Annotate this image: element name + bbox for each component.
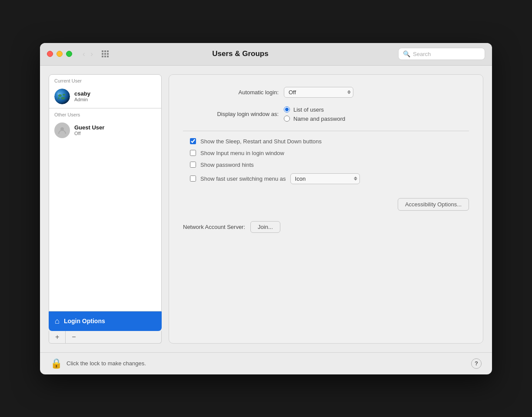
checkbox-sleep-input[interactable] [190,138,196,144]
network-account-label: Network Account Server: [183,224,245,230]
checkbox-sleep-restart: Show the Sleep, Restart and Shut Down bu… [183,138,469,145]
fast-switching-select-wrapper: Icon Full Name Short Name [290,173,360,184]
help-button[interactable]: ? [471,358,482,369]
lock-area[interactable]: 🔒 Click the lock to make changes. [50,358,146,369]
lock-text: Click the lock to make changes. [66,360,146,367]
checkbox-fast-switching-input[interactable] [190,175,196,182]
checkbox-password-hints: Show password hints [183,162,469,168]
svg-point-0 [54,89,70,104]
svg-point-3 [61,97,65,99]
traffic-lights [47,51,72,57]
search-icon: 🔍 [403,50,410,57]
accessibility-options-button[interactable]: Accessibility Options... [398,198,469,211]
radio-list-of-users-label: List of users [293,106,324,113]
home-icon: ⌂ [55,317,60,326]
main-panel: Automatic login: Off csaby Display login… [169,74,483,344]
automatic-login-row: Automatic login: Off csaby [183,87,469,98]
user-info-guest: Guest User Off [74,124,104,136]
login-options-button[interactable]: ⌂ Login Options [49,311,162,331]
remove-user-button[interactable]: − [66,331,82,343]
user-role-guest: Off [74,131,104,136]
svg-point-4 [58,97,60,99]
titlebar: ‹ › Users & Groups 🔍 [40,43,492,66]
radio-name-and-password[interactable]: Name and password [284,116,345,122]
back-button[interactable]: ‹ [81,49,87,59]
window-title: Users & Groups [88,50,393,58]
accessibility-row: Accessibility Options... [183,198,469,211]
sidebar-toolbar: + − [49,331,162,344]
checkbox-input-menu: Show Input menu in login window [183,150,469,156]
avatar-guest [54,122,70,138]
avatar-csaby [54,89,70,104]
radio-list-of-users-input[interactable] [284,106,290,113]
login-options-label: Login Options [64,318,105,324]
footer: 🔒 Click the lock to make changes. ? [40,352,492,374]
checkbox-password-hints-label: Show password hints [200,162,254,168]
automatic-login-label: Automatic login: [183,89,279,96]
checkbox-password-hints-input[interactable] [190,162,196,168]
search-input[interactable] [413,51,480,57]
other-users-section: Other Users Guest User Off [49,108,161,142]
svg-point-2 [63,94,65,96]
divider [183,131,469,131]
network-account-row: Network Account Server: Join... [183,221,469,233]
user-info-csaby: csaby Admin [74,90,90,102]
lock-icon: 🔒 [50,358,62,369]
window: ‹ › Users & Groups 🔍 Current User [40,43,492,374]
radio-name-password-label: Name and password [293,116,345,122]
checkbox-input-menu-input[interactable] [190,150,196,156]
close-button[interactable] [47,51,53,57]
add-user-button[interactable]: + [49,331,66,343]
user-item-guest[interactable]: Guest User Off [49,119,161,142]
checkbox-sleep-label: Show the Sleep, Restart and Shut Down bu… [200,138,322,145]
automatic-login-select-wrapper: Off csaby [284,87,353,98]
svg-point-5 [57,93,59,95]
other-users-label: Other Users [49,109,161,119]
current-user-label: Current User [49,75,161,85]
automatic-login-select[interactable]: Off csaby [284,87,353,98]
user-item-csaby[interactable]: csaby Admin [49,85,161,108]
sidebar-list: Current User [49,74,162,311]
content: Current User [40,66,492,352]
display-login-row: Display login window as: List of users N… [183,106,469,122]
user-name-guest: Guest User [74,124,104,131]
user-role-csaby: Admin [74,97,90,102]
radio-list-of-users[interactable]: List of users [284,106,345,113]
user-name-csaby: csaby [74,90,90,97]
search-bar: 🔍 [398,48,485,60]
fast-switching-select[interactable]: Icon Full Name Short Name [290,173,360,184]
radio-group-login: List of users Name and password [284,106,345,122]
checkbox-fast-switching-row: Show fast user switching menu as Icon Fu… [183,173,469,184]
maximize-button[interactable] [66,51,72,57]
display-login-label: Display login window as: [183,111,279,117]
radio-name-password-input[interactable] [284,116,290,122]
minimize-button[interactable] [57,51,63,57]
join-button[interactable]: Join... [250,221,280,233]
sidebar: Current User [49,74,162,344]
checkbox-fast-switching-label: Show fast user switching menu as [200,175,286,182]
checkbox-input-menu-label: Show Input menu in login window [200,150,284,156]
